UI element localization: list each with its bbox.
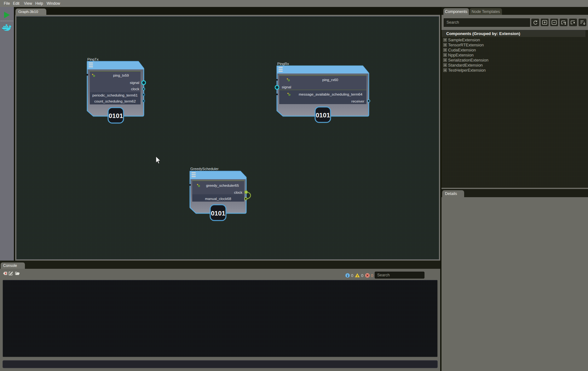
svg-text:manual_clock68: manual_clock68 <box>205 197 231 201</box>
svg-text:PingTx: PingTx <box>87 57 99 61</box>
svg-text:periodic_scheduling_term61: periodic_scheduling_term61 <box>92 93 138 97</box>
svg-text:receiver: receiver <box>351 99 364 103</box>
svg-text:!: ! <box>357 274 358 278</box>
svg-text:0101: 0101 <box>316 111 330 119</box>
svg-text:0101: 0101 <box>211 209 225 217</box>
svg-text:GreedyScheduler: GreedyScheduler <box>190 167 219 171</box>
svg-text:0: 0 <box>361 273 363 278</box>
svg-text:ping_rx60: ping_rx60 <box>322 78 338 82</box>
svg-text:0: 0 <box>351 273 353 278</box>
svg-text:clock: clock <box>234 191 242 194</box>
svg-text:signal: signal <box>282 85 291 89</box>
svg-text:0101: 0101 <box>109 112 123 119</box>
svg-text:i: i <box>347 274 348 278</box>
svg-text:PingRx: PingRx <box>277 62 289 66</box>
svg-text:0: 0 <box>371 273 373 278</box>
svg-text:signal: signal <box>130 81 139 85</box>
svg-text:count_scheduling_term62: count_scheduling_term62 <box>94 99 136 103</box>
svg-text:ping_tx59: ping_tx59 <box>113 74 129 77</box>
svg-text:clock: clock <box>131 87 139 91</box>
svg-text:message_available_scheduling_t: message_available_scheduling_term64 <box>299 92 363 96</box>
svg-text:greedy_scheduler65: greedy_scheduler65 <box>206 184 239 187</box>
